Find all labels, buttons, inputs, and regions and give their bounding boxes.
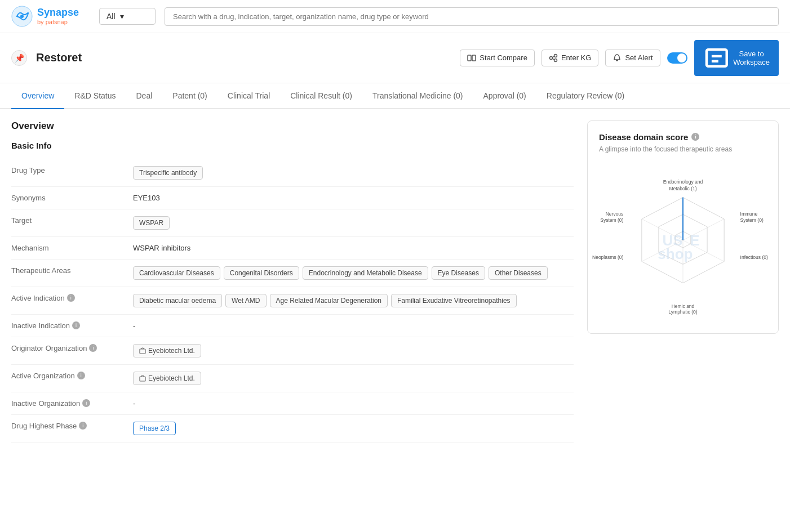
tag-other-diseases: Other Diseases: [489, 266, 548, 280]
logo-text: Synapse by patsnap: [37, 7, 79, 26]
row-drug-type: Drug Type Trispecific antibody: [11, 159, 574, 187]
tag-congenital: Congenital Disorders: [224, 266, 299, 280]
value-active-indication: Diabetic macular oedema Wet AMD Age Rela…: [133, 294, 574, 307]
tab-deal[interactable]: Deal: [126, 83, 163, 109]
row-synonyms: Synonyms EYE103: [11, 187, 574, 209]
svg-text:Metabolic (1): Metabolic (1): [669, 185, 696, 191]
tab-regulatory[interactable]: Regulatory Review (0): [536, 83, 635, 109]
svg-text:System (0): System (0): [600, 217, 623, 223]
value-highest-phase: Phase 2/3: [133, 422, 574, 435]
info-icon-disease-domain[interactable]: i: [691, 133, 699, 141]
tab-approval[interactable]: Approval (0): [473, 83, 536, 109]
row-active-indication: Active Indication i Diabetic macular oed…: [11, 287, 574, 315]
tab-clinical-result[interactable]: Clinical Result (0): [280, 83, 362, 109]
tag-eye-diseases: Eye Diseases: [432, 266, 485, 280]
row-mechanism: Mechanism WSPAR inhibitors: [11, 237, 574, 260]
logo: Synapse by patsnap: [11, 6, 90, 27]
svg-line-8: [552, 59, 554, 60]
value-therapeutic-areas: Cardiovascular Diseases Congenital Disor…: [133, 266, 574, 280]
tag-familial: Familial Exudative Vitreoretinopathies: [391, 294, 517, 307]
tab-patent[interactable]: Patent (0): [162, 83, 217, 109]
svg-point-1: [20, 15, 24, 18]
save-label: Save to Workspace: [733, 50, 770, 66]
start-compare-label: Start Compare: [480, 53, 527, 62]
value-inactive-indication: -: [133, 321, 574, 330]
label-highest-phase: Drug Highest Phase i: [11, 422, 124, 430]
set-alert-button[interactable]: Set Alert: [605, 50, 660, 66]
svg-text:Endocrinology and: Endocrinology and: [663, 179, 703, 185]
disease-domain-title: Disease domain score i: [599, 132, 767, 142]
tag-endocrinology: Endocrinology and Metabolic Disease: [303, 266, 428, 280]
overview-title: Overview: [11, 120, 574, 132]
set-alert-label: Set Alert: [625, 53, 653, 62]
svg-text:Hemic and: Hemic and: [672, 303, 695, 309]
value-originator-org: Eyebiotech Ltd.: [133, 344, 574, 357]
logo-icon: [11, 6, 33, 27]
row-inactive-org: Inactive Organization i -: [11, 392, 574, 415]
tab-translational[interactable]: Translational Medicine (0): [362, 83, 473, 109]
drug-icon: 📌: [11, 50, 27, 66]
disease-domain-card: Disease domain score i A glimpse into th…: [587, 120, 779, 334]
value-active-org: Eyebiotech Ltd.: [133, 372, 574, 385]
value-inactive-org: -: [133, 399, 574, 408]
svg-point-6: [554, 59, 557, 61]
value-target: WSPAR: [133, 216, 574, 230]
svg-point-4: [549, 56, 552, 59]
svg-text:shop: shop: [658, 245, 693, 262]
tag-cardiovascular: Cardiovascular Diseases: [133, 266, 220, 280]
drug-title: Restoret: [36, 51, 451, 64]
value-mechanism: WSPAR inhibitors: [133, 244, 574, 252]
tag-eyebiotech-active: Eyebiotech Ltd.: [133, 372, 201, 385]
drug-header: 📌 Restoret Start Compare Enter KG: [0, 33, 790, 83]
svg-rect-9: [706, 50, 726, 66]
compare-icon: [467, 53, 476, 62]
alert-toggle[interactable]: [667, 52, 687, 64]
tabs-bar: Overview R&D Status Deal Patent (0) Clin…: [0, 83, 790, 109]
org-icon: [139, 347, 146, 354]
search-input[interactable]: [165, 7, 779, 26]
row-highest-phase: Drug Highest Phase i Phase 2/3: [11, 415, 574, 442]
row-inactive-indication: Inactive Indication i -: [11, 315, 574, 337]
tag-trispecific: Trispecific antibody: [133, 166, 203, 180]
row-target: Target WSPAR: [11, 209, 574, 237]
drug-actions: Start Compare Enter KG Set Alert: [460, 40, 779, 76]
svg-text:Infectious (0): Infectious (0): [740, 254, 768, 260]
text-mechanism: WSPAR inhibitors: [133, 244, 190, 252]
start-compare-button[interactable]: Start Compare: [460, 50, 535, 66]
svg-point-5: [554, 54, 557, 57]
label-target: Target: [11, 216, 124, 225]
info-icon-phase[interactable]: i: [79, 422, 87, 430]
info-icon-active-indication[interactable]: i: [67, 294, 75, 302]
text-inactive-indication: -: [133, 321, 135, 330]
basic-info-title: Basic Info: [11, 141, 574, 150]
label-inactive-indication: Inactive Indication i: [11, 321, 124, 330]
label-active-org: Active Organization i: [11, 372, 124, 380]
tab-overview[interactable]: Overview: [11, 83, 64, 109]
header: Synapse by patsnap All ▾: [0, 0, 790, 33]
tag-diabetic: Diabetic macular oedema: [133, 294, 222, 307]
label-drug-type: Drug Type: [11, 166, 124, 175]
save-to-workspace-button[interactable]: Save to Workspace: [694, 40, 779, 76]
label-originator-org: Originator Organization i: [11, 344, 124, 352]
info-icon-originator[interactable]: i: [89, 344, 97, 352]
svg-line-7: [552, 56, 554, 57]
tab-rd-status[interactable]: R&D Status: [64, 83, 126, 109]
alert-icon: [613, 53, 622, 62]
kg-icon: [549, 53, 558, 62]
content-left: Overview Basic Info Drug Type Trispecifi…: [11, 120, 574, 442]
chevron-down-icon: ▾: [120, 12, 124, 21]
radar-chart: Endocrinology and Metabolic (1) Immune S…: [610, 176, 756, 311]
svg-text:Nervous: Nervous: [606, 211, 624, 217]
value-drug-type: Trispecific antibody: [133, 166, 574, 180]
info-icon-inactive-org[interactable]: i: [82, 399, 90, 407]
info-icon-inactive-indication[interactable]: i: [72, 321, 80, 329]
label-mechanism: Mechanism: [11, 244, 124, 252]
logo-sub-text: by patsnap: [37, 19, 79, 26]
info-icon-active-org[interactable]: i: [77, 372, 85, 379]
label-inactive-org: Inactive Organization i: [11, 399, 124, 408]
tab-clinical-trial[interactable]: Clinical Trial: [218, 83, 280, 109]
enter-kg-button[interactable]: Enter KG: [542, 50, 598, 66]
search-dropdown[interactable]: All ▾: [99, 8, 156, 25]
tag-phase: Phase 2/3: [133, 422, 176, 435]
label-therapeutic-areas: Therapeutic Areas: [11, 266, 124, 275]
